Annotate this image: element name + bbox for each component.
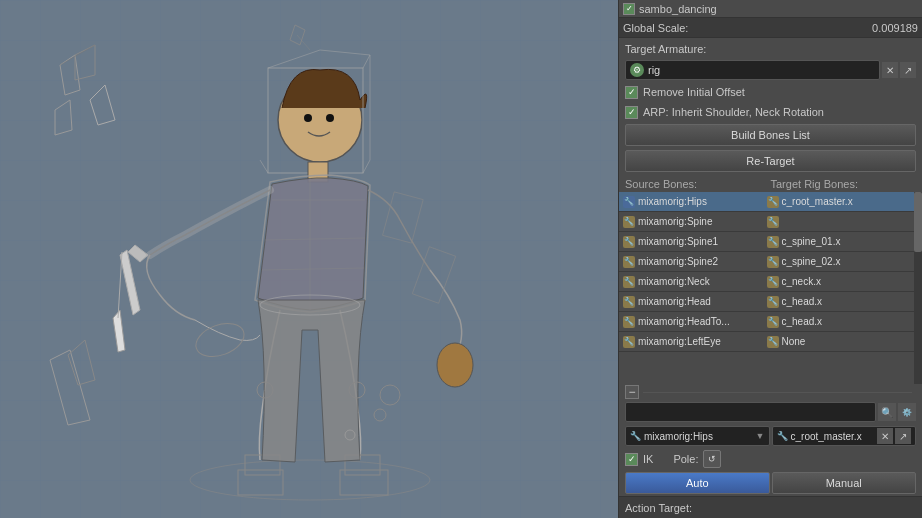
target-dropdown-icon: 🔧 (777, 431, 788, 441)
bones-scrollbar[interactable] (914, 192, 922, 384)
source-target-dropdowns: 🔧 mixamorig:Hips ▼ 🔧 c_root_master.x ✕ ↗ (625, 426, 916, 446)
search-row[interactable] (625, 402, 876, 422)
bone-icon-spine2: 🔧 (623, 256, 635, 268)
bone-target-spine1: 🔧 c_spine_01.x (767, 236, 911, 248)
svg-point-14 (326, 114, 334, 122)
bones-list: 🔧 mixamorig:Hips 🔧 c_root_master.x 🔧 mix… (619, 192, 922, 400)
bone-row-headto[interactable]: 🔧 mixamorig:HeadTo... 🔧 c_head.x (619, 312, 914, 332)
svg-marker-11 (68, 340, 95, 385)
pole-label: Pole: (673, 453, 698, 465)
scrollbar-thumb[interactable] (914, 192, 922, 252)
arp-inherit-label: ARP: Inherit Shoulder, Neck Rotation (643, 106, 824, 118)
source-dropdown-value: mixamorig:Hips (644, 431, 713, 442)
svg-point-13 (304, 114, 312, 122)
ik-label: IK (643, 453, 653, 465)
global-scale-value: 0.009189 (872, 22, 918, 34)
sambo-row: sambo_dancing (619, 0, 922, 18)
bone-icon-hips: 🔧 (623, 196, 635, 208)
svg-point-28 (437, 343, 473, 387)
target-bones-header: Target Rig Bones: (771, 178, 917, 190)
bone-row-head[interactable]: 🔧 mixamorig:Head 🔧 c_head.x (619, 292, 914, 312)
ik-row: IK Pole: ↺ (619, 448, 922, 470)
bone-row-spine2[interactable]: 🔧 mixamorig:Spine2 🔧 c_spine_02.x (619, 252, 914, 272)
sambo-label: sambo_dancing (639, 3, 717, 15)
retarget-button[interactable]: Re-Target (625, 150, 916, 172)
search-input[interactable] (626, 406, 875, 418)
bone-target-lefteye: 🔧 None (767, 336, 911, 348)
rig-browse-button[interactable]: ↗ (900, 62, 916, 78)
remove-offset-row: Remove Initial Offset (619, 82, 922, 102)
svg-line-9 (118, 252, 122, 318)
bone-row-spine1[interactable]: 🔧 mixamorig:Spine1 🔧 c_spine_01.x (619, 232, 914, 252)
rig-field[interactable]: ⚙ rig (625, 60, 880, 80)
bone-target-hips: 🔧 c_root_master.x (767, 196, 911, 208)
bone-icon-head: 🔧 (623, 296, 635, 308)
svg-rect-34 (340, 470, 388, 495)
arp-inherit-checkbox[interactable] (625, 106, 638, 119)
bone-target-head: 🔧 c_head.x (767, 296, 911, 308)
arp-inherit-row: ARP: Inherit Shoulder, Neck Rotation (619, 102, 922, 122)
ik-checkbox[interactable] (625, 453, 638, 466)
bone-icon-lefteye: 🔧 (623, 336, 635, 348)
action-target-row: Action Target: (619, 496, 922, 518)
bone-source-lefteye: 🔧 mixamorig:LeftEye (623, 336, 767, 348)
search-extra-button[interactable]: ⚙️ (898, 403, 916, 421)
bone-icon-headto: 🔧 (623, 316, 635, 328)
search-magnify-button[interactable]: 🔍 (878, 403, 896, 421)
svg-marker-1 (60, 55, 80, 95)
bone-source-hips: 🔧 mixamorig:Hips (623, 196, 767, 208)
minus-row: − (619, 384, 922, 400)
svg-line-20 (320, 50, 370, 55)
remove-bone-button[interactable]: − (625, 385, 639, 399)
bone-target-neck: 🔧 c_neck.x (767, 276, 911, 288)
svg-line-18 (363, 160, 370, 173)
bones-with-scroll: 🔧 mixamorig:Hips 🔧 c_root_master.x 🔧 mix… (619, 192, 922, 384)
svg-line-3 (60, 45, 95, 65)
bone-source-head: 🔧 mixamorig:Head (623, 296, 767, 308)
target-dropdown-value: c_root_master.x (791, 431, 862, 442)
svg-line-17 (363, 55, 370, 68)
svg-point-39 (380, 385, 400, 405)
bone-row-neck[interactable]: 🔧 mixamorig:Neck 🔧 c_neck.x (619, 272, 914, 292)
svg-marker-5 (55, 100, 72, 135)
rig-clear-button[interactable]: ✕ (882, 62, 898, 78)
search-area: 🔍 ⚙️ (625, 402, 916, 422)
character-wireframe (0, 0, 618, 518)
manual-button[interactable]: Manual (772, 472, 917, 494)
bone-icon-target-head: 🔧 (767, 296, 779, 308)
bone-icon-target-spine2: 🔧 (767, 256, 779, 268)
svg-line-16 (268, 50, 320, 68)
build-bones-button[interactable]: Build Bones List (625, 124, 916, 146)
bone-row-spine[interactable]: 🔧 mixamorig:Spine 🔧 (619, 212, 914, 232)
right-panel: sambo_dancing Global Scale: 0.009189 Tar… (618, 0, 922, 518)
rig-value: rig (648, 64, 875, 76)
bone-source-spine2: 🔧 mixamorig:Spine2 (623, 256, 767, 268)
bone-row-lefteye[interactable]: 🔧 mixamorig:LeftEye 🔧 None (619, 332, 914, 352)
global-scale-label: Global Scale: (623, 22, 688, 34)
pole-icon[interactable]: ↺ (703, 450, 721, 468)
sambo-checkbox[interactable] (623, 3, 635, 15)
bones-rows-area: 🔧 mixamorig:Hips 🔧 c_root_master.x 🔧 mix… (619, 192, 914, 384)
bone-icon-target-hips: 🔧 (767, 196, 779, 208)
viewport-3d[interactable] (0, 0, 618, 518)
source-dropdown-arrow: ▼ (756, 431, 765, 441)
auto-manual-buttons: Auto Manual (625, 472, 916, 494)
bone-source-neck: 🔧 mixamorig:Neck (623, 276, 767, 288)
target-armature-label: Target Armature: (625, 43, 706, 55)
auto-button[interactable]: Auto (625, 472, 770, 494)
remove-offset-checkbox[interactable] (625, 86, 638, 99)
target-dropdown-clear[interactable]: ✕ (877, 428, 893, 444)
bone-source-spine1: 🔧 mixamorig:Spine1 (623, 236, 767, 248)
source-bones-header: Source Bones: (625, 178, 771, 190)
svg-line-38 (297, 35, 310, 50)
bone-source-headto: 🔧 mixamorig:HeadTo... (623, 316, 767, 328)
bone-icon-spine: 🔧 (623, 216, 635, 228)
bone-icon-neck: 🔧 (623, 276, 635, 288)
bone-target-spine2: 🔧 c_spine_02.x (767, 256, 911, 268)
source-dropdown[interactable]: 🔧 mixamorig:Hips ▼ (625, 426, 770, 446)
target-dropdown-browse[interactable]: ↗ (895, 428, 911, 444)
bone-row-hips[interactable]: 🔧 mixamorig:Hips 🔧 c_root_master.x (619, 192, 914, 212)
target-dropdown[interactable]: 🔧 c_root_master.x ✕ ↗ (772, 426, 917, 446)
bone-source-spine: 🔧 mixamorig:Spine (623, 216, 767, 228)
bone-icon-target-spine: 🔧 (767, 216, 779, 228)
